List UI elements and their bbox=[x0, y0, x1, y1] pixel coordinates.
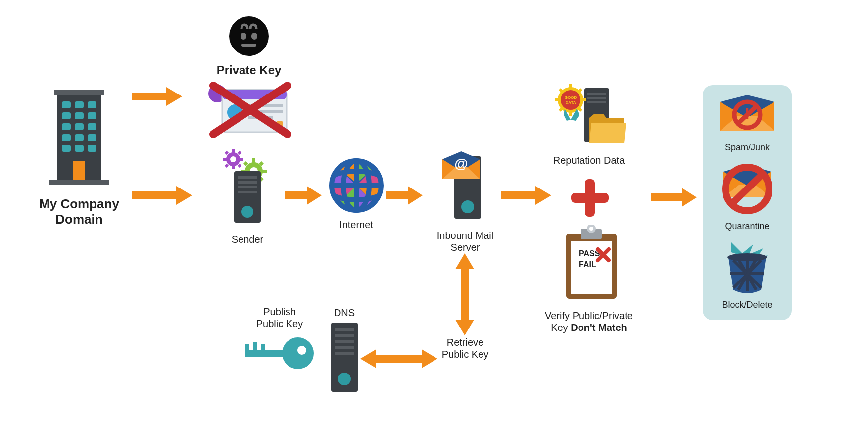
svg-rect-90 bbox=[571, 193, 609, 203]
svg-rect-43 bbox=[225, 164, 229, 168]
sender-node: Sender bbox=[208, 148, 287, 245]
arrow-to-outcomes bbox=[649, 185, 699, 210]
svg-rect-59 bbox=[238, 186, 257, 188]
svg-rect-105 bbox=[335, 352, 354, 355]
svg-rect-3 bbox=[75, 101, 84, 108]
svg-point-45 bbox=[230, 156, 236, 162]
internet-label: Internet bbox=[322, 219, 391, 231]
svg-rect-14 bbox=[62, 145, 71, 152]
svg-rect-149 bbox=[375, 355, 423, 363]
building-icon bbox=[45, 87, 114, 190]
svg-rect-139 bbox=[386, 191, 408, 199]
id-card-crossed-icon bbox=[204, 79, 293, 138]
arrow-inbound-to-combo bbox=[499, 183, 553, 208]
svg-rect-7 bbox=[88, 112, 96, 119]
sender-label: Sender bbox=[208, 234, 287, 245]
reputation-label: Reputation Data bbox=[534, 154, 643, 166]
face-neutral-icon bbox=[228, 15, 270, 57]
retrieve-key-label: Retrieve Public Key bbox=[433, 336, 497, 360]
reputation-node: GOOD DATA Reputation Data bbox=[534, 84, 643, 166]
svg-marker-147 bbox=[455, 320, 474, 335]
svg-marker-138 bbox=[307, 186, 322, 205]
svg-point-86 bbox=[561, 90, 580, 110]
globe-icon bbox=[329, 158, 384, 213]
svg-marker-142 bbox=[535, 186, 551, 205]
svg-rect-146 bbox=[461, 268, 469, 321]
outcomes-panel: ! Spam/Junk Quarantine Block/Delete bbox=[703, 85, 792, 320]
svg-rect-57 bbox=[238, 176, 257, 179]
svg-rect-112 bbox=[261, 344, 265, 350]
svg-rect-40 bbox=[239, 158, 243, 161]
svg-rect-137 bbox=[285, 191, 307, 199]
svg-rect-18 bbox=[49, 180, 109, 185]
svg-marker-148 bbox=[360, 349, 376, 368]
svg-rect-38 bbox=[232, 165, 235, 169]
svg-rect-15 bbox=[75, 145, 84, 152]
svg-rect-12 bbox=[75, 134, 84, 141]
svg-rect-50 bbox=[262, 170, 267, 173]
server-gears-icon bbox=[215, 148, 280, 228]
arrow-dns-horizontal bbox=[359, 346, 438, 371]
internet-node: Internet bbox=[322, 158, 391, 231]
dns-server-icon bbox=[327, 321, 362, 395]
svg-point-107 bbox=[282, 337, 314, 369]
svg-rect-109 bbox=[245, 350, 286, 357]
key-icon bbox=[242, 333, 317, 373]
svg-rect-20 bbox=[241, 33, 246, 40]
private-key-label: Private Key bbox=[197, 63, 301, 78]
svg-rect-21 bbox=[251, 33, 257, 40]
dns-label: DNS bbox=[315, 307, 374, 319]
company-domain-node: My Company Domain bbox=[30, 87, 129, 227]
spam-envelope-icon: ! bbox=[720, 95, 774, 138]
svg-rect-42 bbox=[238, 151, 241, 155]
arrow-company-to-sender bbox=[130, 183, 194, 208]
private-key-node: Private Key bbox=[197, 15, 301, 140]
svg-rect-1 bbox=[54, 90, 104, 95]
badge-text-1: GOOD bbox=[565, 95, 577, 100]
svg-rect-2 bbox=[62, 101, 71, 108]
svg-point-61 bbox=[241, 206, 253, 218]
svg-rect-17 bbox=[73, 161, 85, 181]
svg-rect-47 bbox=[252, 158, 255, 163]
svg-point-68 bbox=[461, 200, 474, 213]
svg-rect-141 bbox=[501, 191, 535, 199]
plus-icon bbox=[569, 177, 611, 221]
svg-rect-74 bbox=[587, 93, 606, 95]
svg-rect-8 bbox=[62, 123, 71, 130]
mail-server-icon: @ bbox=[435, 149, 495, 224]
svg-text:FAIL: FAIL bbox=[579, 260, 596, 269]
publish-key-node: Publish Public Key bbox=[238, 306, 322, 375]
svg-rect-58 bbox=[238, 181, 257, 184]
company-domain-label: My Company Domain bbox=[30, 196, 129, 227]
verify-node: PASS FAIL Verify Public/Private Key Don'… bbox=[537, 225, 646, 333]
arrow-internet-to-inbound bbox=[384, 183, 424, 208]
outcome-quarantine: Quarantine bbox=[718, 162, 777, 232]
svg-text:!: ! bbox=[744, 104, 750, 123]
arrow-inbound-dns-vertical bbox=[452, 252, 477, 336]
svg-rect-10 bbox=[88, 123, 96, 130]
svg-rect-39 bbox=[223, 158, 227, 161]
svg-rect-135 bbox=[132, 191, 176, 199]
svg-rect-133 bbox=[132, 93, 166, 100]
svg-marker-144 bbox=[682, 188, 697, 207]
svg-rect-41 bbox=[225, 151, 229, 155]
outcome-spam: ! Spam/Junk bbox=[720, 95, 774, 153]
arrow-sender-to-internet bbox=[283, 183, 323, 208]
svg-rect-76 bbox=[587, 101, 606, 103]
svg-rect-60 bbox=[238, 191, 257, 193]
verify-label: Verify Public/Private Key Don't Match bbox=[537, 310, 641, 333]
svg-rect-5 bbox=[62, 112, 71, 119]
svg-text:@: @ bbox=[454, 156, 468, 171]
svg-rect-44 bbox=[238, 164, 241, 168]
publish-key-label: Publish Public Key bbox=[250, 306, 309, 329]
svg-rect-16 bbox=[88, 145, 96, 152]
inbound-mail-node: @ Inbound Mail Server bbox=[423, 149, 507, 253]
svg-rect-110 bbox=[245, 344, 249, 350]
svg-rect-9 bbox=[75, 123, 84, 130]
svg-point-131 bbox=[727, 253, 767, 261]
reputation-icon: GOOD DATA bbox=[547, 84, 631, 148]
svg-rect-4 bbox=[88, 101, 96, 108]
svg-rect-103 bbox=[335, 340, 354, 343]
outcome-quarantine-label: Quarantine bbox=[718, 221, 777, 232]
outcome-block-label: Block/Delete bbox=[722, 300, 772, 310]
